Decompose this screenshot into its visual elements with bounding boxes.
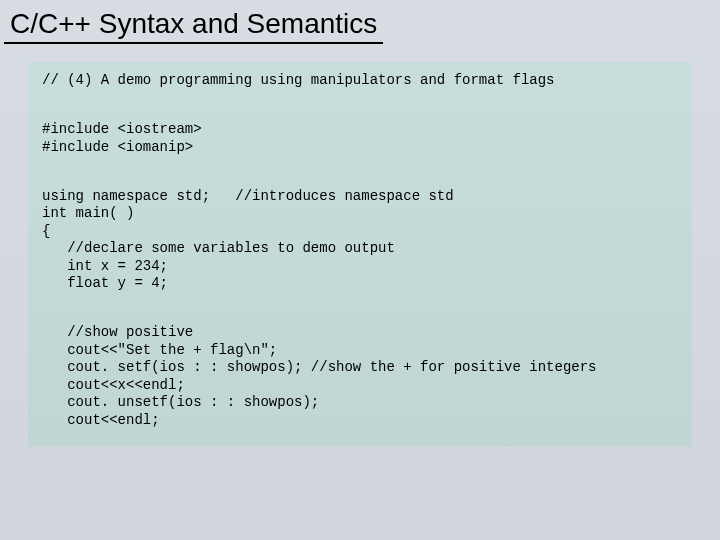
code-line: #include <iostream> xyxy=(42,121,202,137)
blank-line xyxy=(42,293,678,307)
code-line: int x = 234; xyxy=(42,258,168,274)
code-line: cout. unsetf(ios : : showpos); xyxy=(42,394,319,410)
code-line: //declare some variables to demo output xyxy=(42,240,395,256)
code-line: cout<<endl; xyxy=(42,412,160,428)
code-line: cout<<x<<endl; xyxy=(42,377,185,393)
code-line: #include <iomanip> xyxy=(42,139,193,155)
code-line: // (4) A demo programming using manipula… xyxy=(42,72,554,88)
blank-line xyxy=(42,90,678,104)
code-line: { xyxy=(42,223,50,239)
code-line: //show positive xyxy=(42,324,193,340)
code-line: using namespace std; //introduces namesp… xyxy=(42,188,454,204)
slide-title: C/C++ Syntax and Semantics xyxy=(4,2,383,44)
code-panel: // (4) A demo programming using manipula… xyxy=(28,62,692,447)
code-line: cout. setf(ios : : showpos); //show the … xyxy=(42,359,597,375)
code-line: cout<<"Set the + flag\n"; xyxy=(42,342,277,358)
code-line: int main( ) xyxy=(42,205,134,221)
code-line: float y = 4; xyxy=(42,275,168,291)
blank-line xyxy=(42,156,678,170)
slide: C/C++ Syntax and Semantics // (4) A demo… xyxy=(0,0,720,540)
